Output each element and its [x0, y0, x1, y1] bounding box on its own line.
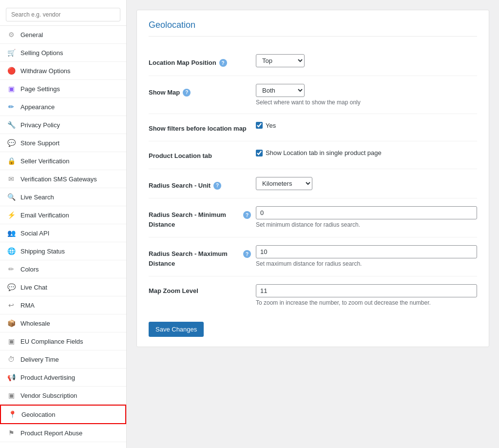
sidebar-item-geolocation[interactable]: 📍Geolocation: [0, 405, 126, 424]
help-icon-show-map[interactable]: ?: [183, 89, 191, 97]
control-show-filters: Yes: [256, 122, 477, 129]
sidebar-search-container: [0, 4, 126, 26]
field-radius-min: Radius Search - Minimum Distance ? Set m…: [149, 198, 477, 237]
sidebar-label-live-search: Live Search: [20, 194, 54, 201]
hint-show-map: Select where want to show the map only: [256, 99, 477, 106]
sidebar-item-product-advertising[interactable]: 📢Product Advertising: [0, 369, 126, 387]
label-location-map-position: Location Map Position ?: [149, 54, 256, 68]
label-product-location-cb: Show Location tab in single product page: [266, 149, 382, 156]
control-map-zoom: To zoom in increase the number, to zoom …: [256, 284, 477, 306]
icon-eu-compliance: ▣: [7, 337, 16, 346]
icon-selling-options: 🛒: [7, 48, 16, 57]
sidebar-label-geolocation: Geolocation: [21, 411, 55, 418]
sidebar-item-delivery-time[interactable]: ⏱Delivery Time: [0, 351, 126, 369]
sidebar-item-privacy-policy[interactable]: 🔧Privacy Policy: [0, 116, 126, 134]
label-product-location-tab: Product Location tab: [149, 149, 256, 161]
help-icon-radius-min[interactable]: ?: [243, 211, 251, 219]
hint-radius-min: Set minimum distance for radius search.: [256, 221, 477, 228]
checkbox-show-filters[interactable]: [256, 122, 263, 129]
icon-rma: ↩: [7, 301, 16, 310]
sidebar-label-seller-verification: Seller Verification: [20, 157, 69, 165]
icon-withdraw-options: 🔴: [7, 66, 16, 75]
sidebar-item-live-search[interactable]: 🔍Live Search: [0, 188, 126, 206]
icon-verification-sms: ✉: [7, 175, 16, 183]
sidebar-item-shipping-status[interactable]: 🌐Shipping Status: [0, 242, 126, 260]
sidebar-label-privacy-policy: Privacy Policy: [20, 121, 60, 129]
icon-geolocation: 📍: [8, 410, 17, 419]
field-location-map-position: Location Map Position ? Top Bottom Left …: [149, 46, 477, 76]
sidebar-item-page-settings[interactable]: ▣Page Settings: [0, 80, 126, 98]
help-icon-location-map[interactable]: ?: [219, 59, 227, 67]
sidebar-search-input[interactable]: [6, 8, 120, 21]
content-panel: Geolocation Location Map Position ? Top …: [136, 10, 489, 347]
sidebar-label-wholesale: Wholesale: [20, 320, 50, 327]
icon-product-advertising: 📢: [7, 373, 16, 382]
sidebar-label-email-verification: Email Verification: [20, 212, 69, 219]
checkbox-product-location-tab[interactable]: [256, 150, 263, 156]
sidebar-item-live-chat[interactable]: 💬Live Chat: [0, 278, 126, 296]
field-radius-search-unit: Radius Search - Unit ? Kilometers Miles: [149, 169, 477, 199]
input-radius-min[interactable]: [256, 206, 477, 219]
sidebar-item-social-api[interactable]: 👥Social API: [0, 224, 126, 242]
sidebar-item-general[interactable]: ⚙General: [0, 26, 126, 44]
icon-general: ⚙: [7, 30, 16, 39]
main-content: Geolocation Location Map Position ? Top …: [127, 0, 499, 448]
sidebar-item-email-verification[interactable]: ⚡Email Verification: [0, 206, 126, 224]
sidebar-item-eu-compliance[interactable]: ▣EU Compliance Fields: [0, 332, 126, 351]
label-radius-min: Radius Search - Minimum Distance ?: [149, 206, 256, 229]
icon-social-api: 👥: [7, 229, 16, 237]
sidebar-item-seller-verification[interactable]: 🔒Seller Verification: [0, 152, 126, 170]
sidebar-item-verification-sms[interactable]: ✉Verification SMS Gateways: [0, 170, 126, 188]
sidebar-item-rma[interactable]: ↩RMA: [0, 296, 126, 314]
icon-email-verification: ⚡: [7, 211, 16, 219]
label-show-map: Show Map ?: [149, 84, 256, 97]
select-radius-search-unit[interactable]: Kilometers Miles: [256, 177, 312, 190]
field-map-zoom: Map Zoom Level To zoom in increase the n…: [149, 276, 477, 314]
save-changes-button[interactable]: Save Changes: [149, 322, 204, 337]
input-radius-max[interactable]: [256, 245, 477, 258]
control-location-map-position: Top Bottom Left Right: [256, 54, 477, 67]
sidebar-item-selling-options[interactable]: 🛒Selling Options: [0, 44, 126, 62]
sidebar-label-appearance: Appearance: [20, 103, 55, 111]
label-show-filters-cb: Yes: [266, 122, 276, 129]
icon-page-settings: ▣: [7, 84, 16, 93]
field-show-map: Show Map ? Both Single Archive None Sele…: [149, 76, 477, 114]
icon-live-chat: 💬: [7, 283, 16, 292]
sidebar-item-vendor-subscription[interactable]: ▣Vendor Subscription: [0, 387, 126, 405]
sidebar-label-social-api: Social API: [20, 230, 49, 237]
label-radius-max: Radius Search - Maximum Distance ?: [149, 245, 256, 268]
sidebar-item-single-product-multivendor[interactable]: 👥Single Product MultiVendor: [0, 442, 126, 448]
sidebar-label-rma: RMA: [20, 302, 35, 309]
sidebar-label-withdraw-options: Withdraw Options: [20, 67, 71, 75]
control-radius-search-unit: Kilometers Miles: [256, 177, 477, 190]
label-radius-search-unit: Radius Search - Unit ?: [149, 177, 256, 191]
sidebar-item-colors[interactable]: ✏Colors: [0, 260, 126, 278]
help-icon-radius-unit[interactable]: ?: [213, 182, 221, 190]
icon-product-report-abuse: ⚑: [7, 429, 16, 437]
sidebar-label-store-support: Store Support: [20, 139, 59, 147]
control-radius-max: Set maximum distance for radius search.: [256, 245, 477, 267]
sidebar-item-product-report-abuse[interactable]: ⚑Product Report Abuse: [0, 424, 126, 442]
page-title: Geolocation: [149, 20, 477, 37]
label-map-zoom: Map Zoom Level: [149, 284, 256, 296]
control-radius-min: Set minimum distance for radius search.: [256, 206, 477, 228]
sidebar-label-live-chat: Live Chat: [20, 284, 47, 291]
select-location-map-position[interactable]: Top Bottom Left Right: [256, 54, 305, 67]
select-show-map[interactable]: Both Single Archive None: [256, 84, 305, 97]
control-product-location-tab: Show Location tab in single product page: [256, 149, 477, 156]
icon-shipping-status: 🌐: [7, 247, 16, 255]
help-icon-radius-max[interactable]: ?: [243, 250, 251, 258]
icon-live-search: 🔍: [7, 193, 16, 201]
icon-seller-verification: 🔒: [7, 156, 16, 165]
sidebar-label-product-report-abuse: Product Report Abuse: [20, 429, 82, 437]
field-product-location-tab: Product Location tab Show Location tab i…: [149, 141, 477, 169]
sidebar-label-product-advertising: Product Advertising: [20, 374, 75, 381]
sidebar: ⚙General🛒Selling Options🔴Withdraw Option…: [0, 0, 127, 448]
sidebar-item-store-support[interactable]: 💬Store Support: [0, 134, 126, 152]
sidebar-item-withdraw-options[interactable]: 🔴Withdraw Options: [0, 62, 126, 80]
hint-radius-max: Set maximum distance for radius search.: [256, 260, 477, 267]
sidebar-item-wholesale[interactable]: 📦Wholesale: [0, 314, 126, 332]
sidebar-item-appearance[interactable]: ✏Appearance: [0, 98, 126, 116]
input-map-zoom[interactable]: [256, 284, 477, 297]
icon-store-support: 💬: [7, 138, 16, 147]
